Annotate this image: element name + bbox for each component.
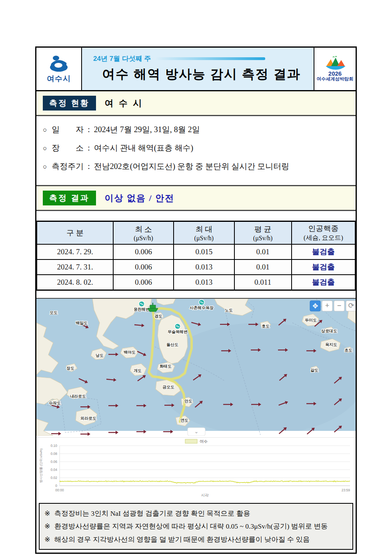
column-header: 최 대(μSv/h) [174,221,234,245]
result-value: 이상 없음 / 안전 [105,192,175,204]
info-value: 2024년 7월 29일, 31일, 8월 2일 [94,124,200,135]
note-marker: ※ [44,520,50,533]
info-separator: : [88,143,90,153]
y-tick-label: 0.02 [50,476,57,480]
cell-date: 2024. 7. 31. [37,259,113,275]
week-underline-bar [155,57,265,60]
column-header: 최 소(μSv/h) [113,221,174,245]
info-separator: : [88,162,90,171]
cell-nuclide: 불검출 [292,259,355,275]
map-control-zoom-in[interactable]: + [322,301,332,311]
beach-label: 사촌해수욕장 [190,306,214,310]
cell-avg: 0.01 [234,244,292,259]
beach-label: 무슬목해변 [168,330,188,334]
week-label: 24년 7월 다섯째 주 [93,54,151,63]
cell-nuclide: 불검출 [292,275,355,290]
note-item: ※해상의 경우 지각방사선의 영향을 덜 받기 때문에 환경방사선량률이 낮아질… [44,533,348,546]
yeosu-city-logo-text: 여수시 [47,74,71,84]
zoom-out-icon: − [337,302,342,310]
current-arrow-shaft [106,379,114,380]
table-row: 2024. 7. 31.0.0060.0130.01불검출 [37,259,355,275]
yeosu-city-logo-icon [46,54,71,73]
result-badge: 측정 결과 [43,191,96,205]
island-label: 안도 [184,399,192,403]
expo-year: 2026 [328,70,342,76]
island-label: 개도 [134,368,142,373]
y-axis-title: 방사선량률 (단위:uSv/h) [39,448,43,483]
cell-date: 2024. 7. 29. [37,244,113,259]
island-label: 호도 [262,324,270,328]
cell-min: 0.006 [113,244,174,259]
info-item: ○일 자:2024년 7월 29일, 31일, 8월 2일 [43,124,352,135]
report-page: 여수시 24년 7월 다섯째 주 여수 해역 방사능 감시 측정 결과 2026… [35,46,357,554]
note-text: 환경방사선량률은 지역과 자연현상에 따라 평상시 대략 0.05 ~ 0.3μ… [54,520,328,533]
ship-cabin [150,305,156,308]
info-label: 장 소 [52,143,84,153]
table-row: 2024. 7. 29.0.0060.0150.01불검출 [37,244,355,259]
island-label: 상로대도 [321,329,337,333]
cell-min: 0.006 [113,259,174,275]
note-item: ※측정장비는 3인치 NaI 섬광형 검출기로 경향 확인 목적으로 활용 [44,507,348,520]
measurement-table-body: 2024. 7. 29.0.0060.0150.01불검출2024. 7. 31… [37,244,355,290]
island-label: 노도 [225,308,233,312]
island-label: 연도 [180,418,188,422]
note-marker: ※ [44,507,50,520]
island-label: 백일도 [76,321,88,325]
measurement-table: 구 분최 소(μSv/h)최 대(μSv/h)평 균(μSv/h)인공핵종(세슘… [36,221,356,291]
x-tick-first: 00:00 [55,488,64,492]
expo-logo: 2026 여수세계섬박람회 [314,48,356,90]
cell-max: 0.015 [174,244,234,259]
island-label: 오도 [50,310,58,315]
column-header: 인공핵종(세슘, 요오드) [292,221,355,245]
report-header: 여수시 24년 7월 다섯째 주 여수 해역 방사능 감시 측정 결과 2026… [36,48,356,91]
island-label: 욕지도 [325,342,337,347]
map-control-pan[interactable]: ✥ [310,301,320,311]
spacer [36,291,356,298]
info-value: 여수시 관내 해역(표층 해수) [94,143,193,153]
column-header: 구 분 [37,221,113,245]
sea-area-map: 오도백일도낭도백야도장도개도화태도경도돌산도노도호도두미도상로대도욕지도초도갈도… [36,298,356,437]
chart-background [36,438,356,498]
cell-min: 0.006 [113,275,174,290]
measurement-info-list: ○일 자:2024년 7월 29일, 31일, 8월 2일○장 소:여수시 관내… [36,116,356,185]
notes-box: ※측정장비는 3인치 NaI 섬광형 검출기로 경향 확인 목적으로 활용※환경… [39,503,353,550]
cell-avg: 0.01 [234,259,292,275]
map-collapse-tab[interactable]: ⌄ [188,428,205,436]
legend-label: 여수 [200,439,208,444]
y-tick-label: 0.06 [50,460,57,464]
pan-icon: ✥ [312,302,318,310]
circle-bullet-icon: ○ [43,126,47,134]
island-label: 초도 [344,348,352,352]
yeosu-city-logo: 여수시 [36,48,82,90]
cell-max: 0.013 [174,259,234,275]
map-control-zoom-out[interactable]: − [334,301,344,311]
island-label: 장도 [66,366,74,370]
island-label: 갈도 [310,368,318,372]
refresh-icon: ⟳ [348,302,354,310]
info-item: ○측정주기:전남202호(어업지도선) 운항 중 분단위 실시간 모니터링 [43,161,352,172]
column-header: 평 균(μSv/h) [234,221,292,245]
island-label: 금오도 [162,385,174,389]
x-axis-title: 시각 [201,493,209,497]
note-text: 해상의 경우 지각방사선의 영향을 덜 받기 때문에 환경방사선량률이 낮아질 … [54,533,310,546]
note-text: 측정장비는 3인치 NaI 섬광형 검출기로 경향 확인 목적으로 활용 [54,507,250,520]
radiation-chart: 여수00.020.040.060.080.1000:0023:59시각방사선량률… [36,437,356,499]
expo-logo-icon [321,56,350,70]
island-label: 수작도 [49,401,61,405]
legend-swatch [185,439,197,443]
island-label: 외라로도 [80,416,96,420]
island-label: 경도 [154,314,162,318]
note-item: ※환경방사선량률은 지역과 자연현상에 따라 평상시 대략 0.05 ~ 0.3… [44,520,348,533]
island-label: 화태도 [160,364,172,368]
result-banner: 측정 결과 이상 없음 / 안전 [36,185,356,211]
cell-date: 2024. 8. 02. [37,275,113,290]
map-control-refresh[interactable]: ⟳ [346,301,356,311]
spacer [36,211,356,218]
circle-bullet-icon: ○ [43,163,47,171]
beach-label: 웅천해변 [134,307,150,312]
x-tick-last: 23:59 [342,488,350,492]
cell-nuclide: 불검출 [292,244,355,259]
y-tick-label: 0.10 [50,444,57,448]
zoom-in-icon: + [325,302,330,310]
circle-bullet-icon: ○ [43,145,47,153]
